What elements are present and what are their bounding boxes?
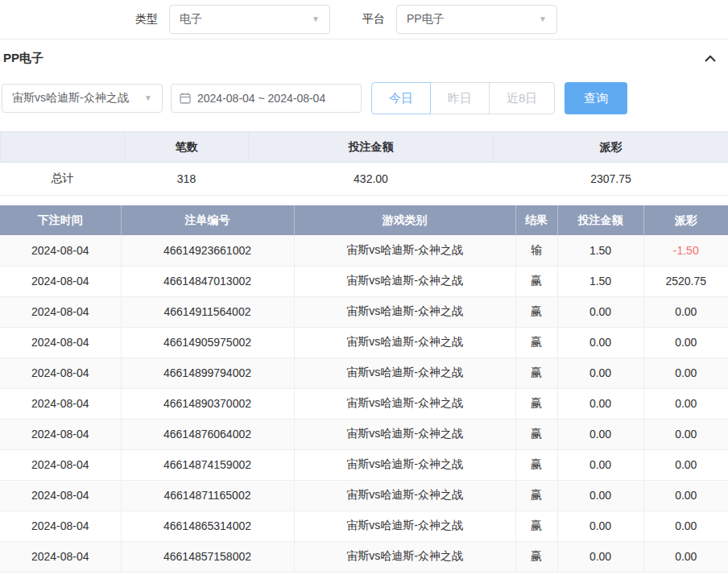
payout-cell: 0.00 [643, 358, 728, 388]
bet-time-cell: 2024-08-04 [0, 327, 121, 358]
order-no-cell: 46614874159002 [121, 449, 294, 480]
bet-time-cell: 2024-08-04 [0, 541, 121, 572]
type-label: 类型 [135, 12, 158, 27]
header-game-category: 游戏类别 [294, 205, 515, 235]
type-select[interactable]: 电子 ▼ [169, 5, 330, 34]
order-no-cell: 46614899794002 [121, 358, 294, 388]
bet-time-cell: 2024-08-04 [0, 388, 121, 419]
last8days-button[interactable]: 近8日 [489, 82, 555, 114]
bet-table-body: 2024-08-0446614923661002宙斯vs哈迪斯-众神之战输1.5… [0, 235, 728, 572]
query-button[interactable]: 查询 [565, 82, 627, 114]
bet-amount-cell: 0.00 [557, 480, 643, 511]
order-no-cell: 46614857158002 [121, 541, 294, 572]
payout-cell: 0.00 [643, 419, 728, 449]
result-cell: 输 [515, 235, 557, 266]
bet-amount-cell: 0.00 [557, 541, 643, 572]
result-cell: 赢 [515, 388, 557, 419]
result-cell: 赢 [515, 449, 557, 480]
payout-cell: 0.00 [643, 511, 728, 541]
game-select[interactable]: 宙斯vs哈迪斯-众神之战 ▼ [2, 84, 163, 113]
bet-amount-cell: 0.00 [557, 358, 643, 388]
bet-time-cell: 2024-08-04 [0, 235, 121, 266]
game-name-cell: 宙斯vs哈迪斯-众神之战 [294, 388, 515, 419]
game-name-cell: 宙斯vs哈迪斯-众神之战 [294, 235, 515, 266]
result-cell: 赢 [515, 480, 557, 511]
order-no-cell: 46614871165002 [121, 480, 294, 511]
date-range-picker[interactable]: 2024-08-04 ~ 2024-08-04 [171, 84, 362, 113]
bet-amount-cell: 1.50 [557, 266, 643, 296]
payout-cell: 2520.75 [643, 266, 728, 296]
section-header: PP电子 [0, 39, 728, 77]
header-bet-amount: 投注金额 [557, 205, 643, 235]
chevron-down-icon: ▼ [312, 15, 320, 23]
summary-header-empty [1, 132, 125, 163]
top-filter-bar: 类型 电子 ▼ 平台 PP电子 ▼ [0, 0, 728, 39]
game-name-cell: 宙斯vs哈迪斯-众神之战 [294, 296, 515, 327]
game-name-cell: 宙斯vs哈迪斯-众神之战 [294, 266, 515, 296]
game-name-cell: 宙斯vs哈迪斯-众神之战 [294, 327, 515, 358]
summary-header-count: 笔数 [125, 132, 249, 163]
bet-amount-cell: 0.00 [557, 327, 643, 358]
table-row: 2024-08-0446614847013002宙斯vs哈迪斯-众神之战赢1.5… [0, 266, 728, 296]
table-row: 2024-08-0446614865314002宙斯vs哈迪斯-众神之战赢0.0… [0, 511, 728, 541]
section-title: PP电子 [3, 51, 43, 66]
table-row: 2024-08-0446614905975002宙斯vs哈迪斯-众神之战赢0.0… [0, 327, 728, 358]
date-range-value: 2024-08-04 ~ 2024-08-04 [197, 92, 325, 105]
platform-label: 平台 [362, 12, 385, 27]
type-select-value: 电子 [180, 12, 202, 27]
platform-select[interactable]: PP电子 ▼ [396, 5, 557, 34]
bet-records-table: 下注时间 注单编号 游戏类别 结果 投注金额 派彩 2024-08-044661… [0, 205, 728, 573]
today-button[interactable]: 今日 [371, 82, 431, 114]
calendar-icon [180, 93, 191, 104]
table-row: 2024-08-0446614899794002宙斯vs哈迪斯-众神之战赢0.0… [0, 358, 728, 388]
result-cell: 赢 [515, 296, 557, 327]
payout-cell: 0.00 [643, 327, 728, 358]
game-name-cell: 宙斯vs哈迪斯-众神之战 [294, 480, 515, 511]
result-cell: 赢 [515, 327, 557, 358]
filter-bar: 宙斯vs哈迪斯-众神之战 ▼ 2024-08-04 ~ 2024-08-04 今… [0, 77, 728, 122]
summary-header-bet-amount: 投注金额 [249, 132, 494, 163]
game-name-cell: 宙斯vs哈迪斯-众神之战 [294, 541, 515, 572]
chevron-down-icon: ▼ [144, 94, 152, 102]
bet-amount-cell: 0.00 [557, 511, 643, 541]
platform-select-value: PP电子 [407, 12, 445, 27]
game-name-cell: 宙斯vs哈迪斯-众神之战 [294, 511, 515, 541]
summary-count-value: 318 [125, 163, 249, 196]
payout-cell: 0.00 [643, 449, 728, 480]
bet-time-cell: 2024-08-04 [0, 266, 121, 296]
collapse-section-button[interactable] [704, 55, 717, 63]
bet-time-cell: 2024-08-04 [0, 449, 121, 480]
summary-total-label: 总计 [1, 163, 125, 196]
result-cell: 赢 [515, 541, 557, 572]
yesterday-button[interactable]: 昨日 [430, 82, 490, 114]
order-no-cell: 46614905975002 [121, 327, 294, 358]
order-no-cell: 46614876064002 [121, 419, 294, 449]
table-row: 2024-08-0446614911564002宙斯vs哈迪斯-众神之战赢0.0… [0, 296, 728, 327]
bet-time-cell: 2024-08-04 [0, 511, 121, 541]
result-cell: 赢 [515, 358, 557, 388]
bet-time-cell: 2024-08-04 [0, 419, 121, 449]
game-name-cell: 宙斯vs哈迪斯-众神之战 [294, 358, 515, 388]
order-no-cell: 46614847013002 [121, 266, 294, 296]
chevron-up-icon [704, 55, 717, 63]
summary-payout-value: 2307.75 [494, 163, 728, 196]
bet-table-header-row: 下注时间 注单编号 游戏类别 结果 投注金额 派彩 [0, 205, 728, 235]
platform-field: 平台 PP电子 ▼ [362, 5, 557, 34]
game-name-cell: 宙斯vs哈迪斯-众神之战 [294, 449, 515, 480]
table-row: 2024-08-0446614890370002宙斯vs哈迪斯-众神之战赢0.0… [0, 388, 728, 419]
header-payout: 派彩 [643, 205, 728, 235]
summary-header-payout: 派彩 [494, 132, 728, 163]
summary-table: 笔数 投注金额 派彩 总计 318 432.00 2307.75 [0, 131, 728, 196]
payout-cell: 0.00 [643, 480, 728, 511]
bet-time-cell: 2024-08-04 [0, 480, 121, 511]
order-no-cell: 46614923661002 [121, 235, 294, 266]
result-cell: 赢 [515, 511, 557, 541]
table-row: 2024-08-0446614876064002宙斯vs哈迪斯-众神之战赢0.0… [0, 419, 728, 449]
type-field: 类型 电子 ▼ [135, 5, 330, 34]
quick-date-buttons: 今日 昨日 近8日 [371, 82, 555, 114]
summary-bet-amount-value: 432.00 [249, 163, 494, 196]
bet-amount-cell: 0.00 [557, 449, 643, 480]
bet-amount-cell: 0.00 [557, 388, 643, 419]
bet-amount-cell: 0.00 [557, 296, 643, 327]
summary-header-row: 笔数 投注金额 派彩 [1, 132, 728, 163]
